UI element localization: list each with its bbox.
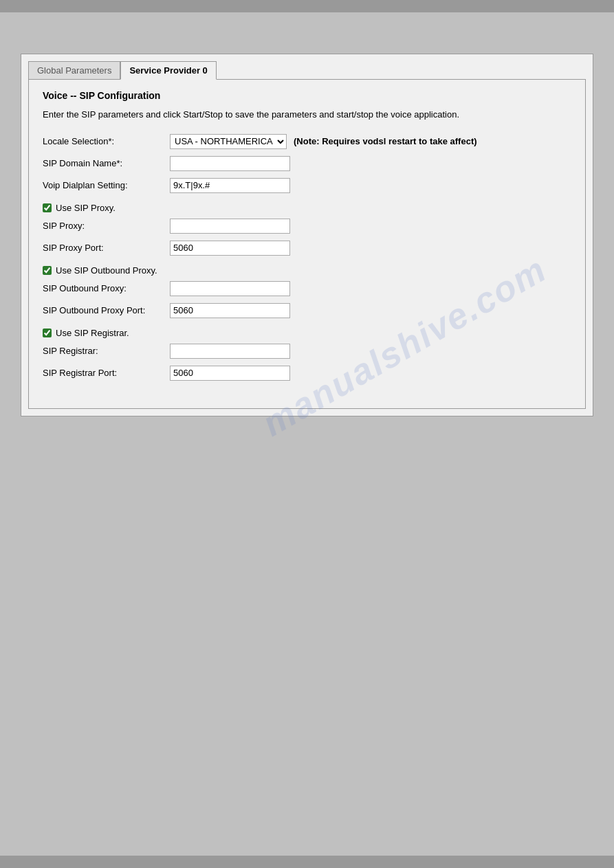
sip-proxy-input[interactable] [170, 219, 290, 234]
sip-registrar-port-row: SIP Registrar Port: [43, 366, 571, 381]
description: Enter the SIP parameters and click Start… [43, 108, 571, 122]
sip-domain-label: SIP Domain Name*: [43, 158, 170, 168]
sip-outbound-proxy-row: SIP Outbound Proxy: [43, 281, 571, 296]
use-sip-registrar-label: Use SIP Registrar. [56, 328, 129, 338]
tab-service-provider[interactable]: Service Provider 0 [120, 61, 216, 80]
tab-global-parameters[interactable]: Global Parameters [28, 61, 120, 79]
use-sip-outbound-label: Use SIP Outbound Proxy. [56, 265, 157, 276]
sip-outbound-proxy-label: SIP Outbound Proxy: [43, 283, 170, 293]
use-sip-registrar-row: Use SIP Registrar. [43, 328, 571, 338]
use-sip-proxy-label: Use SIP Proxy. [56, 203, 116, 213]
locale-note: (Note: Requires vodsl restart to take af… [294, 136, 477, 146]
voip-dialplan-input[interactable] [170, 178, 290, 193]
section-title: Voice -- SIP Configuration [43, 90, 571, 101]
locale-label: Locale Selection*: [43, 136, 170, 146]
sip-outbound-proxy-input[interactable] [170, 281, 290, 296]
sip-domain-input[interactable] [170, 156, 290, 171]
use-sip-proxy-row: Use SIP Proxy. [43, 203, 571, 213]
sip-registrar-input[interactable] [170, 344, 290, 359]
locale-select[interactable]: USA - NORTHAMERICA EUROPE ASIA [170, 134, 287, 149]
sip-registrar-row: SIP Registrar: [43, 344, 571, 359]
voip-dialplan-row: Voip Dialplan Setting: [43, 178, 571, 193]
voip-dialplan-label: Voip Dialplan Setting: [43, 180, 170, 190]
bottom-bar [0, 856, 614, 868]
sip-registrar-port-label: SIP Registrar Port: [43, 368, 170, 378]
locale-row: Locale Selection*: USA - NORTHAMERICA EU… [43, 134, 571, 149]
top-bar [0, 0, 614, 12]
sip-proxy-port-row: SIP Proxy Port: [43, 241, 571, 256]
sip-proxy-port-input[interactable] [170, 241, 290, 256]
use-sip-proxy-checkbox[interactable] [43, 203, 52, 212]
sip-outbound-proxy-port-row: SIP Outbound Proxy Port: [43, 303, 571, 318]
sip-proxy-row: SIP Proxy: [43, 219, 571, 234]
sip-outbound-proxy-port-input[interactable] [170, 303, 290, 318]
main-container: Global Parameters Service Provider 0 man… [21, 54, 593, 416]
sip-outbound-proxy-port-label: SIP Outbound Proxy Port: [43, 305, 170, 315]
content-area: manualshive.com Voice -- SIP Configurati… [28, 79, 586, 409]
sip-registrar-label: SIP Registrar: [43, 346, 170, 356]
page-wrapper: Global Parameters Service Provider 0 man… [0, 12, 614, 458]
use-sip-outbound-checkbox[interactable] [43, 266, 52, 275]
use-sip-outbound-row: Use SIP Outbound Proxy. [43, 265, 571, 276]
use-sip-registrar-checkbox[interactable] [43, 329, 52, 337]
sip-domain-row: SIP Domain Name*: [43, 156, 571, 171]
tabs: Global Parameters Service Provider 0 [28, 61, 586, 79]
sip-proxy-label: SIP Proxy: [43, 221, 170, 231]
sip-registrar-port-input[interactable] [170, 366, 290, 381]
sip-proxy-port-label: SIP Proxy Port: [43, 243, 170, 253]
